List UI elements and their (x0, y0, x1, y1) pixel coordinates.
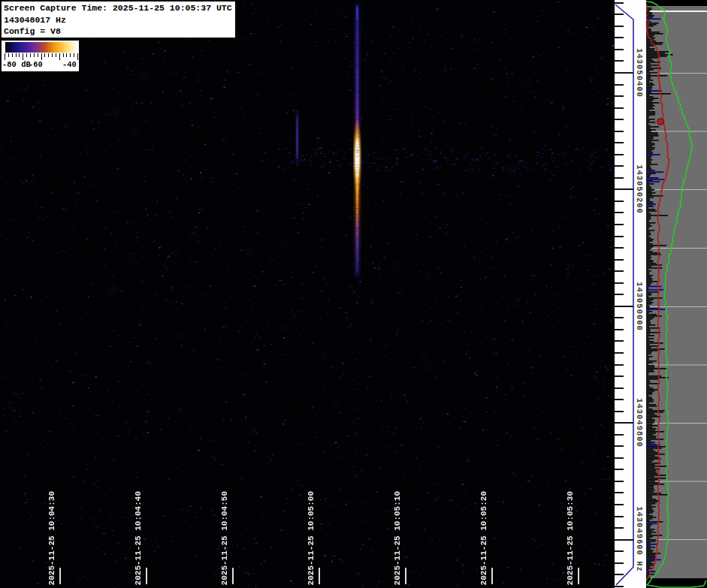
colorbar-tick (74, 53, 74, 57)
colorbar-tick (59, 53, 60, 60)
frequency-minor-tick (615, 574, 624, 575)
frequency-minor-tick (615, 259, 624, 261)
time-label: 2025-11-25 10:04:40 (134, 491, 143, 585)
frequency-major-tick (615, 188, 633, 190)
frequency-minor-tick (615, 434, 624, 436)
time-tick (491, 568, 493, 584)
time-label: 2025-11-25 10:05:10 (393, 491, 402, 585)
frequency-minor-tick (615, 586, 624, 587)
frequency-minor-tick (615, 165, 624, 167)
colorbar-label: -60 (29, 60, 43, 69)
time-tick (146, 568, 147, 584)
capture-time-text: Screen Capture Time: 2025-11-25 10:05:37… (4, 2, 233, 14)
frequency-minor-tick (615, 236, 624, 237)
frequency-minor-tick (615, 375, 624, 377)
frequency-minor-tick (615, 352, 624, 354)
time-tick (405, 568, 406, 584)
frequency-minor-tick (615, 37, 624, 38)
spectrum-panel[interactable] (646, 0, 707, 588)
frequency-minor-tick (615, 26, 624, 27)
time-tick (319, 568, 320, 584)
frequency-minor-tick (615, 340, 624, 342)
colorbar-tick (48, 53, 49, 57)
time-label: 2025-11-25 10:05:20 (479, 491, 488, 585)
frequency-minor-tick (615, 550, 624, 552)
frequency-minor-tick (615, 60, 624, 62)
frequency-label: 143050400 (635, 48, 644, 98)
frequency-minor-tick (615, 492, 624, 493)
frequency-minor-tick (615, 247, 624, 249)
colorbar-tick (19, 53, 20, 57)
colorbar-tick (70, 53, 71, 57)
time-label: 2025-11-25 10:05:30 (566, 491, 575, 585)
colorbar-tick (5, 53, 5, 60)
frequency-major-tick (615, 72, 633, 74)
colorbar-tick (56, 53, 56, 57)
capture-config-text: Config = V8 (4, 26, 233, 38)
colorbar-label: -40 (62, 60, 77, 69)
frequency-major-tick (615, 306, 633, 307)
colorbar-tick (41, 53, 42, 60)
colorbar: -80 dB -60 -40 (2, 41, 79, 71)
frequency-minor-tick (615, 329, 624, 330)
frequency-minor-tick (615, 516, 624, 517)
time-label: 2025-11-25 10:04:50 (220, 491, 229, 585)
frequency-minor-tick (615, 224, 624, 225)
frequency-label: 143049800 (635, 398, 644, 448)
frequency-minor-tick (615, 212, 624, 213)
colorbar-tick (52, 53, 53, 57)
colorbar-tick (30, 53, 31, 57)
frequency-minor-tick (615, 294, 624, 295)
frequency-minor-tick (615, 107, 624, 109)
frequency-label: 143049600 Hz (635, 506, 644, 572)
time-tick (232, 568, 234, 584)
frequency-minor-tick (615, 49, 624, 50)
frequency-axis[interactable]: 1430504001430502001430500001430498001430… (615, 0, 646, 588)
capture-frequency-text: 143048017 Hz (4, 14, 233, 26)
colorbar-label: -80 dB (2, 60, 31, 69)
frequency-minor-tick (615, 504, 624, 505)
frequency-label: 143050000 (635, 282, 644, 331)
frequency-minor-tick (615, 562, 624, 564)
frequency-minor-tick (615, 282, 624, 284)
colorbar-tick (77, 53, 78, 60)
frequency-major-tick (615, 539, 633, 541)
frequency-minor-tick (615, 317, 624, 318)
frequency-minor-tick (615, 201, 624, 202)
frequency-minor-tick (615, 131, 624, 132)
app-screen: Screen Capture Time: 2025-11-25 10:05:37… (0, 0, 707, 588)
capture-info-box: Screen Capture Time: 2025-11-25 10:05:37… (2, 2, 235, 38)
frequency-minor-tick (615, 445, 624, 447)
frequency-minor-tick (615, 142, 624, 143)
colorbar-tick (12, 53, 13, 57)
time-label: 2025-11-25 10:04:30 (47, 491, 56, 585)
frequency-minor-tick (615, 364, 624, 366)
time-tick (578, 568, 579, 584)
frequency-minor-tick (615, 527, 624, 529)
frequency-minor-tick (615, 481, 624, 482)
colorbar-tick (38, 53, 38, 57)
colorbar-gradient (5, 42, 77, 53)
frequency-label: 143050200 (635, 164, 644, 214)
frequency-minor-tick (615, 469, 624, 470)
colorbar-tick (16, 53, 17, 57)
frequency-minor-tick (615, 411, 624, 412)
colorbar-tick (66, 53, 67, 57)
colorbar-tick (26, 53, 27, 57)
colorbar-tick (63, 53, 64, 57)
frequency-minor-tick (615, 84, 624, 86)
colorbar-tick (44, 53, 45, 57)
colorbar-tick (23, 53, 23, 60)
frequency-major-tick (615, 422, 633, 424)
frequency-minor-tick (615, 2, 624, 4)
frequency-minor-tick (615, 399, 624, 400)
frequency-minor-tick (615, 154, 624, 155)
frequency-minor-tick (615, 270, 624, 272)
frequency-minor-tick (615, 14, 624, 15)
frequency-minor-tick (615, 119, 624, 120)
frequency-minor-tick (615, 177, 624, 179)
frequency-minor-tick (615, 457, 624, 459)
frequency-minor-tick (615, 95, 624, 97)
time-tick (59, 568, 61, 584)
colorbar-tick (8, 53, 9, 57)
